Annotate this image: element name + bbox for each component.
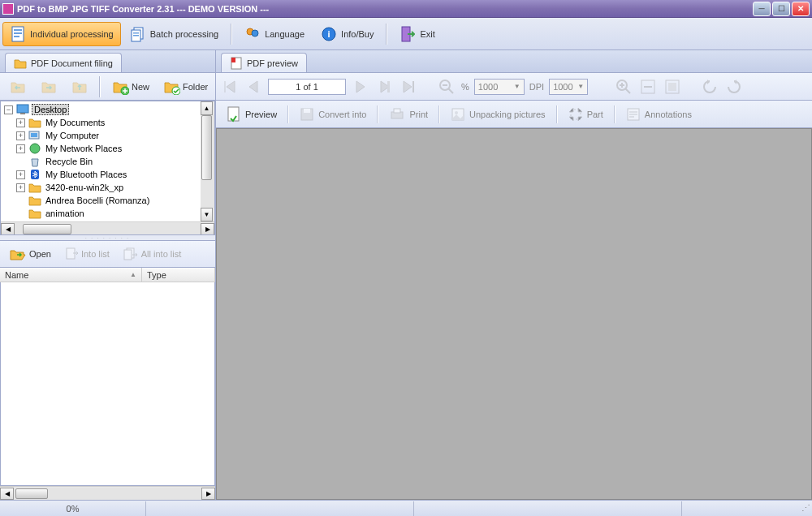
tree-item[interactable]: +BSPlayer Pro v2.24.954 + Skin Maker <box>2 220 213 221</box>
preview-button[interactable]: Preview <box>219 104 284 125</box>
unpack-button: Unpacking pictures <box>443 104 553 125</box>
tree-item[interactable]: +My Computer <box>2 129 213 142</box>
folder-icon <box>14 58 27 69</box>
tree-item[interactable]: +My Documents <box>2 116 213 129</box>
preview-nav-toolbar: 1 of 1 % 1000▼ DPI 1000▼ <box>216 73 812 101</box>
printer-icon <box>389 107 405 122</box>
zoom-in-button[interactable] <box>614 77 633 97</box>
scroll-thumb[interactable] <box>201 115 212 180</box>
folder-icon <box>28 221 41 221</box>
info-icon: i <box>321 26 337 42</box>
tree-item[interactable]: +My Bluetooth Places <box>2 168 213 181</box>
separator <box>438 105 440 123</box>
collapse-icon[interactable]: − <box>4 105 13 114</box>
fit-width-button[interactable] <box>638 77 658 97</box>
folder-tree[interactable]: − Desktop +My Documents +My Computer +My… <box>0 101 215 235</box>
column-name[interactable]: Name▲ <box>0 268 142 282</box>
expand-icon[interactable]: + <box>16 170 25 179</box>
all-into-list-icon <box>123 247 139 261</box>
fit-page-button[interactable] <box>663 77 682 97</box>
prev-page-button[interactable] <box>244 77 263 97</box>
scroll-right-icon[interactable]: ▶ <box>201 223 214 235</box>
scroll-left-icon[interactable]: ◀ <box>1 223 15 235</box>
documents-icon <box>28 117 41 128</box>
print-button: Print <box>382 104 435 125</box>
svg-rect-7 <box>133 35 139 37</box>
svg-rect-23 <box>124 250 132 260</box>
resize-grip-icon[interactable]: ⋰ <box>801 503 809 514</box>
preview-label: Preview <box>245 110 277 119</box>
tree-item[interactable]: animation <box>2 207 213 220</box>
zoom-out-button[interactable] <box>437 77 456 97</box>
expand-icon[interactable]: + <box>16 118 25 127</box>
expand-icon[interactable]: + <box>16 131 25 140</box>
tree-root[interactable]: − Desktop <box>2 103 213 116</box>
expand-icon[interactable]: + <box>16 183 25 192</box>
pdf-preview-tab[interactable]: PDF preview <box>221 53 307 72</box>
tree-item[interactable]: +3420-enu-win2k_xp <box>2 181 213 194</box>
scroll-right-icon[interactable]: ▶ <box>201 488 215 500</box>
file-list[interactable] <box>0 282 215 486</box>
svg-point-9 <box>252 30 258 37</box>
separator <box>99 76 101 97</box>
pdf-filing-tab[interactable]: PDF Document filing <box>5 53 122 72</box>
separator <box>386 24 387 45</box>
minimize-button[interactable]: ─ <box>753 2 771 16</box>
status-progress: 0% <box>0 501 146 516</box>
new-button[interactable]: New <box>106 76 155 97</box>
scroll-thumb[interactable] <box>23 224 71 234</box>
folder-label: Folder <box>183 82 208 92</box>
tree-item[interactable]: Recycle Bin <box>2 155 213 168</box>
expand-icon[interactable]: + <box>16 144 25 153</box>
next-page-alt-button[interactable] <box>375 77 395 97</box>
info-buy-label: Info/Buy <box>341 29 374 39</box>
language-button[interactable]: Language <box>237 22 312 46</box>
last-page-button[interactable] <box>400 77 419 97</box>
main-toolbar: Individual processing Batch processing L… <box>0 18 812 50</box>
pdf-filing-tab-label: PDF Document filing <box>31 58 113 68</box>
tree-item[interactable]: +My Network Places <box>2 142 213 155</box>
dpi-select[interactable]: 1000▼ <box>549 79 588 95</box>
svg-rect-18 <box>31 133 37 137</box>
scroll-down-icon[interactable]: ▼ <box>201 208 213 221</box>
close-button[interactable]: ✕ <box>792 2 810 16</box>
svg-rect-30 <box>668 83 676 91</box>
scroll-thumb[interactable] <box>15 488 48 499</box>
file-toolbar: New Folder <box>0 73 215 101</box>
first-page-button[interactable] <box>219 77 239 97</box>
column-type[interactable]: Type <box>142 268 215 282</box>
info-buy-button[interactable]: i Info/Buy <box>313 22 381 46</box>
right-panel: PDF preview 1 of 1 % 1000▼ DPI 1000▼ <box>216 50 812 500</box>
folder-icon <box>28 195 41 206</box>
titlebar: PDF to BMP JPG TIFF Converter 2.31 --- D… <box>0 0 812 18</box>
scroll-left-icon[interactable]: ◀ <box>0 488 14 500</box>
nav-back-button <box>3 76 32 97</box>
annotations-label: Annotations <box>645 110 692 119</box>
list-hscrollbar[interactable]: ◀ ▶ <box>0 486 215 500</box>
separator <box>231 24 232 45</box>
print-label: Print <box>409 110 428 119</box>
tree-hscrollbar[interactable]: ◀ ▶ <box>1 221 214 235</box>
folder-button[interactable]: Folder <box>157 76 214 97</box>
part-button: Part <box>561 104 611 125</box>
rotate-left-button[interactable] <box>700 77 719 97</box>
individual-processing-button[interactable]: Individual processing <box>2 22 121 46</box>
exit-button[interactable]: Exit <box>392 22 442 46</box>
page-indicator[interactable]: 1 of 1 <box>268 79 346 95</box>
tree-item[interactable]: Andrea Bocelli (Romanza) <box>2 194 213 207</box>
document-icon <box>10 26 26 42</box>
rotate-right-button[interactable] <box>724 77 744 97</box>
scale-select[interactable]: 1000▼ <box>474 79 525 95</box>
chevron-down-icon: ▼ <box>514 83 520 90</box>
svg-rect-25 <box>387 81 390 92</box>
next-page-button[interactable] <box>351 77 370 97</box>
batch-processing-button[interactable]: Batch processing <box>123 22 226 46</box>
window-title: PDF to BMP JPG TIFF Converter 2.31 --- D… <box>17 4 753 14</box>
chevron-down-icon: ▼ <box>577 83 584 90</box>
open-button[interactable]: Open <box>3 243 57 264</box>
maximize-button[interactable]: ☐ <box>772 2 790 16</box>
scroll-up-icon[interactable]: ▲ <box>201 101 213 115</box>
recycle-bin-icon <box>28 156 41 167</box>
open-label: Open <box>29 249 51 259</box>
tree-vscrollbar[interactable]: ▲ ▼ <box>201 101 214 221</box>
